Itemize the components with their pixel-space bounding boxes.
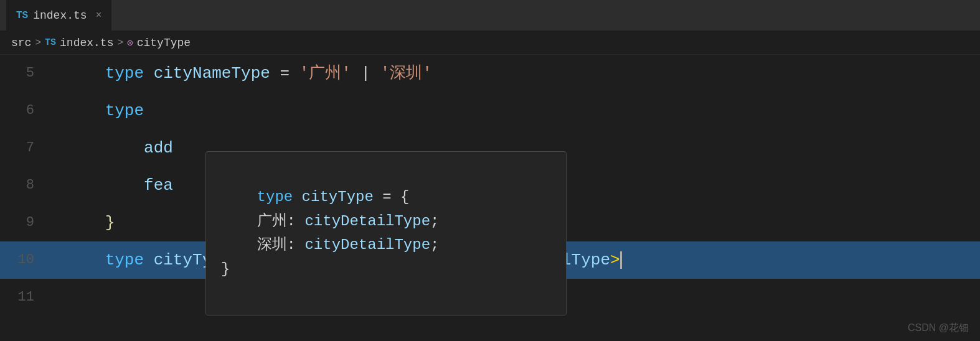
line-number-11: 11 — [6, 279, 47, 316]
breadcrumb-src: src — [11, 37, 31, 49]
line-number-5: 5 — [6, 55, 47, 92]
editor: 5 type cityNameType = '广州' | '深圳' 6 type… — [0, 55, 980, 316]
line-number-9: 9 — [6, 204, 47, 241]
hover-tooltip: type cityType = { 广州: cityDetailType; 深圳… — [205, 151, 567, 315]
line-number-10: 10 — [6, 241, 47, 279]
breadcrumb-sep1: > — [35, 37, 41, 49]
text-cursor — [620, 251, 622, 269]
line-number-7: 7 — [6, 129, 47, 167]
watermark: CSDN @花钿 — [908, 322, 969, 335]
ts-file-icon: TS — [16, 10, 28, 21]
line-number-6: 6 — [6, 92, 47, 129]
line-number-8: 8 — [6, 167, 47, 204]
